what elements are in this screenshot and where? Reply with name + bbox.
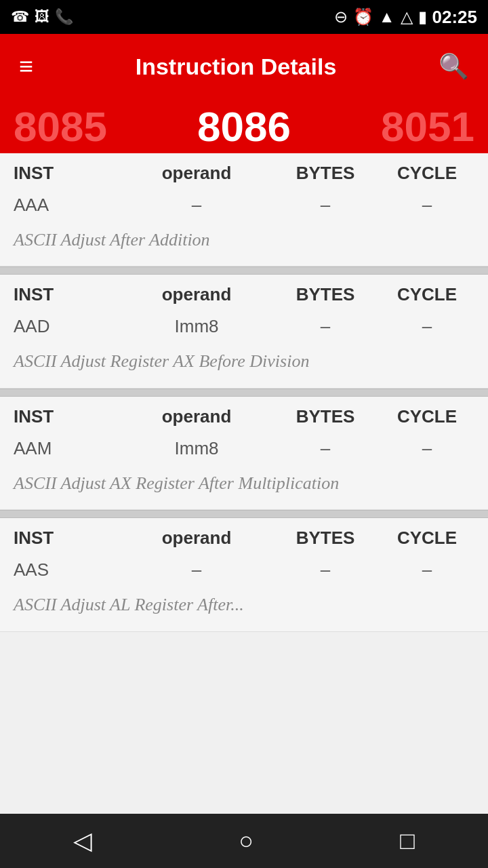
app-bar: ≡ Instruction Details 🔍	[0, 34, 488, 99]
phone-icon: ☎	[11, 8, 29, 26]
col-header-operand-1: operand	[122, 163, 271, 184]
col-header-cycle-2: CYCLE	[380, 284, 474, 305]
header-row-aam: INST operand BYTES CYCLE	[0, 397, 488, 433]
processor-selector: 8085 8086 8051	[0, 99, 488, 153]
instruction-list: INST operand BYTES CYCLE AAA – – – ASCII…	[0, 153, 488, 632]
header-row-aas: INST operand BYTES CYCLE	[0, 518, 488, 554]
search-button[interactable]: 🔍	[439, 52, 469, 81]
instruction-block-aad: INST operand BYTES CYCLE AAD Imm8 – – AS…	[0, 275, 488, 388]
data-row-aam: AAM Imm8 – –	[0, 433, 488, 465]
col-header-cycle-1: CYCLE	[380, 163, 474, 184]
instruction-block-aas: INST operand BYTES CYCLE AAS – – – ASCII…	[0, 518, 488, 631]
signal2-icon: △	[401, 7, 413, 26]
op-aad: Imm8	[122, 316, 271, 337]
data-row-aaa: AAA – – –	[0, 189, 488, 221]
header-row-aaa: INST operand BYTES CYCLE	[0, 153, 488, 189]
col-header-inst-1: INST	[14, 163, 122, 184]
data-row-aas: AAS – – –	[0, 554, 488, 586]
header-row-aad: INST operand BYTES CYCLE	[0, 275, 488, 311]
col-header-bytes-2: BYTES	[271, 284, 380, 305]
inst-aad: AAD	[14, 316, 122, 337]
cycle-aaa: –	[380, 195, 474, 216]
col-header-operand-3: operand	[122, 406, 271, 427]
col-header-inst-3: INST	[14, 406, 122, 427]
cycle-aad: –	[380, 316, 474, 337]
op-aam: Imm8	[122, 438, 271, 459]
bytes-aas: –	[271, 559, 380, 580]
signal-icon: ▲	[379, 7, 395, 26]
alarm-icon: ⏰	[353, 7, 373, 26]
desc-aas: ASCII Adjust AL Register After...	[0, 586, 488, 631]
time-display: 02:25	[432, 7, 478, 28]
col-header-operand-2: operand	[122, 284, 271, 305]
col-header-bytes-4: BYTES	[271, 528, 380, 549]
cycle-aas: –	[380, 559, 474, 580]
col-header-operand-4: operand	[122, 528, 271, 549]
menu-button[interactable]: ≡	[19, 52, 33, 81]
op-aas: –	[122, 559, 271, 580]
col-header-bytes-3: BYTES	[271, 406, 380, 427]
call-icon: 📞	[55, 8, 73, 26]
proc-8086[interactable]: 8086	[197, 102, 291, 151]
proc-8051[interactable]: 8051	[381, 102, 474, 151]
divider-3	[0, 510, 488, 518]
col-header-cycle-4: CYCLE	[380, 528, 474, 549]
status-right-icons: ⊖ ⏰ ▲ △ ▮ 02:25	[334, 7, 477, 28]
desc-aad: ASCII Adjust Register AX Before Division	[0, 342, 488, 387]
data-row-aad: AAD Imm8 – –	[0, 311, 488, 342]
app-title: Instruction Details	[136, 54, 337, 80]
col-header-inst-2: INST	[14, 284, 122, 305]
inst-aam: AAM	[14, 438, 122, 459]
status-bar: ☎ 🖼 📞 ⊖ ⏰ ▲ △ ▮ 02:25	[0, 0, 488, 34]
recent-button[interactable]: □	[380, 820, 435, 862]
cycle-aam: –	[380, 438, 474, 459]
instruction-block-aam: INST operand BYTES CYCLE AAM Imm8 – – AS…	[0, 397, 488, 510]
proc-8085[interactable]: 8085	[14, 102, 107, 151]
bytes-aad: –	[271, 316, 380, 337]
col-header-bytes-1: BYTES	[271, 163, 380, 184]
minus-icon: ⊖	[334, 7, 348, 26]
battery-icon: ▮	[418, 7, 427, 26]
image-icon: 🖼	[35, 8, 49, 26]
inst-aaa: AAA	[14, 195, 122, 216]
divider-2	[0, 389, 488, 397]
op-aaa: –	[122, 195, 271, 216]
status-left-icons: ☎ 🖼 📞	[11, 8, 73, 26]
bottom-navigation: ◁ ○ □	[0, 814, 488, 868]
inst-aas: AAS	[14, 559, 122, 580]
instruction-block-aaa: INST operand BYTES CYCLE AAA – – – ASCII…	[0, 153, 488, 267]
col-header-inst-4: INST	[14, 528, 122, 549]
bytes-aaa: –	[271, 195, 380, 216]
col-header-cycle-3: CYCLE	[380, 406, 474, 427]
home-button[interactable]: ○	[218, 820, 274, 862]
bytes-aam: –	[271, 438, 380, 459]
desc-aaa: ASCII Adjust After Addition	[0, 221, 488, 266]
desc-aam: ASCII Adjust AX Register After Multiplic…	[0, 465, 488, 509]
back-button[interactable]: ◁	[53, 820, 113, 862]
divider-1	[0, 267, 488, 275]
